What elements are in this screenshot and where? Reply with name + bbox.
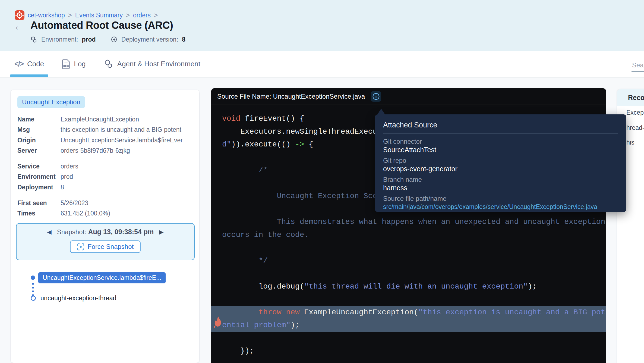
- snapshot-next-button[interactable]: ▶: [159, 229, 163, 235]
- attached-source-tooltip: Attached Source Git connector SourceAtta…: [375, 114, 626, 212]
- page-title: Automated Root Cause (ARC): [30, 20, 173, 31]
- tab-code[interactable]: </> Code: [14, 60, 44, 68]
- breadcrumb-separator: >: [68, 11, 72, 19]
- code-line: log.debug("this thread will die with an …: [222, 280, 606, 293]
- search-input[interactable]: Sea: [632, 61, 644, 69]
- detail-row-server: Server orders-5b8f97d67b-6zjkg: [17, 146, 199, 156]
- tooltip-field-value: overops-event-generator: [383, 165, 618, 173]
- detail-label: First seen: [17, 199, 61, 207]
- search-placeholder: Sea: [632, 61, 644, 69]
- code-line: [222, 267, 606, 280]
- snapshot-label: Snapshot: Aug 13, 09:38:54 pm: [57, 228, 154, 236]
- snapshot-prev-button[interactable]: ◀: [47, 229, 52, 235]
- stack-frame-selected[interactable]: UncaughtExceptionService.lambda$fireE...: [38, 272, 166, 283]
- detail-value: UncaughtExceptionService.lambda$fireEver: [61, 137, 183, 144]
- environment-label: Environment:: [41, 36, 78, 43]
- page-header: cet-workshop > Events Summary > orders >…: [0, 0, 644, 51]
- detail-value: this exception is uncaught and a BIG pot…: [61, 126, 181, 133]
- environment-row: Environment: prod Deployment version: 8: [30, 36, 185, 43]
- recommendation-item[interactable]: his: [626, 139, 634, 146]
- code-panel-header: Source File Name: UncaughtExceptionServi…: [211, 88, 606, 105]
- event-details-card: Uncaught Exception Name ExampleUncaughtE…: [10, 90, 200, 363]
- snapshot-frame-icon: [77, 243, 84, 251]
- tooltip-field-value: harness: [383, 184, 618, 192]
- deployment-icon: [111, 36, 118, 43]
- card-divider: [16, 264, 195, 264]
- deployment-label: Deployment version:: [121, 36, 178, 43]
- detail-row-name: Name ExampleUncaughtException: [17, 114, 199, 125]
- snapshot-nav: ◀ Snapshot: Aug 13, 09:38:54 pm ▶: [17, 228, 194, 236]
- event-stats-group: First seen 5/26/2023 Times 631,452 (100.…: [17, 198, 199, 219]
- detail-label: Name: [17, 116, 61, 123]
- breadcrumb-item-service[interactable]: orders: [133, 12, 151, 19]
- detail-row-msg: Msg this exception is uncaught and a BIG…: [17, 125, 199, 135]
- stack-thread-item[interactable]: uncaught-exception-thread: [40, 293, 116, 303]
- tooltip-title: Attached Source: [383, 120, 618, 130]
- environment-value: prod: [82, 36, 96, 43]
- tab-log-label: Log: [74, 60, 86, 68]
- tab-log[interactable]: Log: [62, 59, 86, 69]
- detail-row-environment: Environment prod: [17, 172, 199, 182]
- detail-value: 5/26/2023: [61, 199, 88, 207]
- recommendation-item[interactable]: Excepti: [626, 109, 644, 116]
- recommendation-item[interactable]: hread-: [626, 124, 644, 132]
- detail-value: ExampleUncaughtException: [61, 116, 139, 123]
- detail-row-first-seen: First seen 5/26/2023: [17, 198, 199, 208]
- recommendations-panel-title: Recor: [617, 89, 644, 106]
- breadcrumb-separator: >: [154, 11, 158, 19]
- back-button[interactable]: ←: [13, 20, 26, 32]
- snapshot-timestamp: Aug 13, 09:38:54 pm: [88, 228, 154, 236]
- source-file-path-link[interactable]: src/main/java/com/overops/examples/servi…: [383, 203, 618, 211]
- stack-connector-dot: [32, 290, 34, 292]
- code-line: [222, 332, 606, 345]
- hexagons-icon: [30, 36, 37, 43]
- detail-row-service: Service orders: [17, 161, 199, 172]
- force-snapshot-label: Force Snapshot: [88, 243, 134, 251]
- arc-page: cet-workshop > Events Summary > orders >…: [0, 0, 644, 363]
- code-line: });: [222, 345, 606, 358]
- info-icon: [372, 93, 380, 100]
- detail-row-deployment: Deployment 8: [17, 182, 199, 193]
- detail-value: orders: [61, 163, 78, 170]
- detail-row-origin: Origin UncaughtExceptionService.lambda$f…: [17, 135, 199, 146]
- breadcrumb: cet-workshop > Events Summary > orders >: [15, 10, 158, 20]
- code-icon: </>: [14, 60, 23, 68]
- event-type-badge: Uncaught Exception: [17, 96, 85, 108]
- event-context-group: Service orders Environment prod Deployme…: [17, 161, 199, 193]
- code-line: [222, 293, 606, 306]
- stack-connector-dot: [32, 283, 34, 285]
- stack-frame-bullet: [31, 276, 35, 280]
- code-line: occurs in the code.: [222, 229, 606, 242]
- hexagons-icon: [104, 59, 113, 69]
- code-line: [222, 241, 606, 254]
- snapshot-box: ◀ Snapshot: Aug 13, 09:38:54 pm ▶ Force …: [16, 223, 195, 260]
- breadcrumb-item-events-summary[interactable]: Events Summary: [75, 12, 123, 19]
- stack-thread-bullet: [31, 296, 36, 301]
- detail-row-times: Times 631,452 (100.0%): [17, 208, 199, 219]
- search-input-underline: [632, 71, 644, 72]
- detail-label: Msg: [17, 126, 61, 133]
- code-line: ential problem");: [211, 319, 606, 332]
- stack-connector-dot: [32, 287, 34, 289]
- tooltip-field-value: SourceAttachTest: [383, 146, 618, 154]
- tooltip-field-label: Git connector: [383, 137, 618, 146]
- breadcrumb-separator: >: [126, 11, 130, 19]
- log-icon: [62, 59, 70, 69]
- detail-value: orders-5b8f97d67b-6zjkg: [61, 147, 130, 154]
- deployment-value: 8: [182, 36, 185, 43]
- snapshot-label-text: Snapshot:: [57, 228, 86, 236]
- tab-bar: </> Code Log Agent & Host Environme: [0, 51, 644, 77]
- tab-agent-host-environment[interactable]: Agent & Host Environment: [104, 59, 200, 69]
- tooltip-divider: [383, 133, 618, 134]
- code-line: throw new ExampleUncaughtException("this…: [211, 306, 606, 319]
- detail-label: Origin: [17, 137, 61, 144]
- source-file-name: Source File Name: UncaughtExceptionServi…: [217, 93, 365, 100]
- force-snapshot-button[interactable]: Force Snapshot: [70, 240, 141, 253]
- tab-agent-label: Agent & Host Environment: [117, 60, 200, 68]
- detail-label: Deployment: [17, 184, 61, 191]
- breadcrumb-item-project[interactable]: cet-workshop: [28, 12, 65, 19]
- tooltip-field-label: Git repo: [383, 157, 618, 165]
- attached-source-info-button[interactable]: [371, 91, 381, 102]
- event-identity-group: Name ExampleUncaughtException Msg this e…: [17, 114, 199, 156]
- detail-label: Server: [17, 147, 61, 154]
